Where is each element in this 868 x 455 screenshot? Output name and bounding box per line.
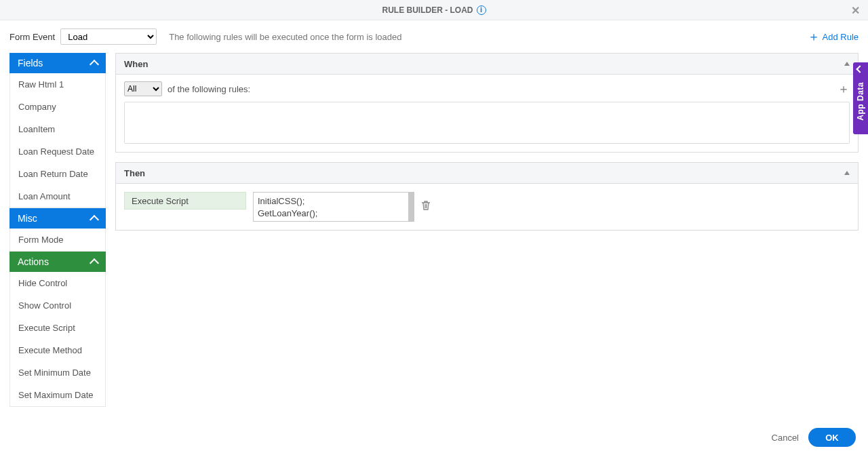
sidebar-item-form-mode[interactable]: Form Mode <box>10 229 105 251</box>
chevron-up-icon <box>90 59 99 68</box>
trash-icon[interactable] <box>421 200 431 211</box>
sidebar-item-show-control[interactable]: Show Control <box>10 294 105 317</box>
info-icon[interactable]: i <box>477 5 486 15</box>
form-event-description: The following rules will be executed onc… <box>169 32 401 42</box>
collapse-up-icon[interactable] <box>844 171 850 175</box>
sidebar-header-actions-label: Actions <box>18 256 49 267</box>
sidebar-header-fields[interactable]: Fields <box>9 53 106 73</box>
then-action-label: Execute Script <box>132 196 189 206</box>
add-rule-label: Add Rule <box>823 32 859 42</box>
when-header[interactable]: When <box>115 53 859 75</box>
sidebar-fields-body: Raw Html 1 Company LoanItem Loan Request… <box>9 73 106 208</box>
sidebar-item-execute-script[interactable]: Execute Script <box>10 317 105 339</box>
title-text: RULE BUILDER - LOAD <box>382 5 473 15</box>
chevron-up-icon <box>90 214 99 224</box>
form-event-select[interactable]: Load <box>60 28 157 45</box>
scrollbar[interactable] <box>408 193 414 221</box>
add-condition-button[interactable]: ＋ <box>837 83 850 95</box>
sidebar-item-loan-return-date[interactable]: Loan Return Date <box>10 163 105 185</box>
sidebar-item-execute-method[interactable]: Execute Method <box>10 339 105 361</box>
sidebar-actions-body: Hide Control Show Control Execute Script… <box>9 272 106 407</box>
then-label: Then <box>124 168 145 178</box>
then-body: Execute Script InitialCSS(); GetLoanYear… <box>115 184 859 231</box>
script-textarea[interactable]: InitialCSS(); GetLoanYear(); <box>253 192 414 222</box>
when-label: When <box>124 59 148 69</box>
sidebar-item-loan-amount[interactable]: Loan Amount <box>10 185 105 207</box>
chevron-up-icon <box>90 258 99 267</box>
sidebar: Fields Raw Html 1 Company LoanItem Loan … <box>9 53 106 407</box>
script-line-2: GetLoanYear(); <box>258 207 410 220</box>
chevron-left-icon <box>856 65 863 73</box>
appdata-tab[interactable]: App Data <box>853 62 868 134</box>
collapse-up-icon[interactable] <box>844 62 850 66</box>
close-icon[interactable]: ✕ <box>851 0 860 20</box>
rule-area: When All of the following rules: ＋ Then … <box>115 53 859 407</box>
sidebar-item-hide-control[interactable]: Hide Control <box>10 272 105 294</box>
script-line-1: InitialCSS(); <box>258 195 410 207</box>
cancel-button[interactable]: Cancel <box>772 433 799 443</box>
when-rules-slot[interactable] <box>124 102 850 144</box>
ok-button[interactable]: OK <box>808 428 856 447</box>
then-action-tag[interactable]: Execute Script <box>124 192 246 210</box>
sidebar-item-loanitem[interactable]: LoanItem <box>10 118 105 140</box>
plus-icon: ＋ <box>808 31 820 43</box>
sidebar-item-set-maximum-date[interactable]: Set Maximum Date <box>10 384 105 406</box>
when-body: All of the following rules: ＋ <box>115 75 859 153</box>
sidebar-item-raw-html-1[interactable]: Raw Html 1 <box>10 73 105 96</box>
form-event-label: Form Event <box>9 32 55 42</box>
sidebar-header-actions[interactable]: Actions <box>9 252 106 272</box>
sidebar-header-misc-label: Misc <box>18 213 37 224</box>
title-bar: RULE BUILDER - LOAD i ✕ <box>0 0 868 20</box>
footer: Cancel OK <box>0 420 868 455</box>
add-rule-button[interactable]: ＋ Add Rule <box>808 31 859 43</box>
sidebar-item-loan-request-date[interactable]: Loan Request Date <box>10 140 105 163</box>
sidebar-item-set-minimum-date[interactable]: Set Minimum Date <box>10 361 105 384</box>
appdata-label: App Data <box>856 82 865 121</box>
sidebar-header-fields-label: Fields <box>18 58 43 68</box>
sidebar-header-misc[interactable]: Misc <box>9 208 106 229</box>
event-row: Form Event Load The following rules will… <box>0 20 868 53</box>
when-rules-text: of the following rules: <box>167 84 250 94</box>
sidebar-item-company[interactable]: Company <box>10 96 105 118</box>
sidebar-misc-body: Form Mode <box>9 229 106 252</box>
when-match-select[interactable]: All <box>124 81 162 96</box>
then-header[interactable]: Then <box>115 162 859 184</box>
